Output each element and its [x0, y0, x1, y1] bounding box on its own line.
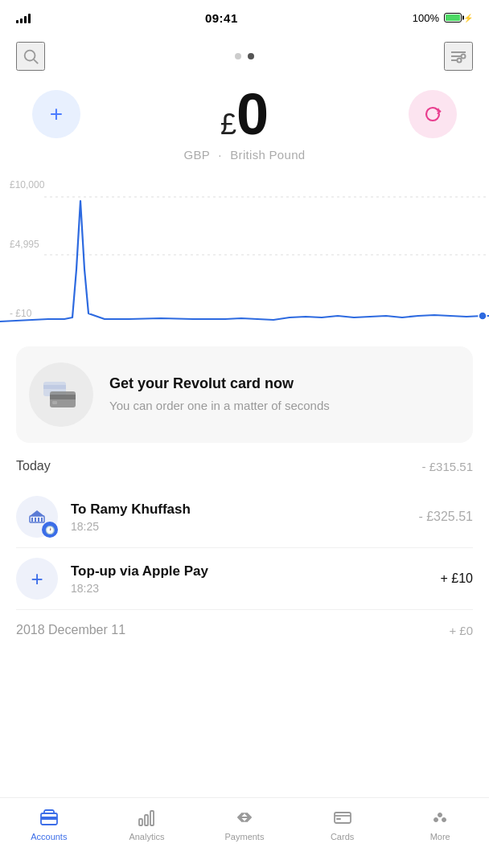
svg-marker-21	[30, 510, 44, 516]
card-banner-title: Get your Revolut card now	[109, 375, 330, 392]
page-dot-1	[235, 53, 241, 59]
transaction-1-info: To Ramy Khuffash 18:25	[71, 502, 405, 533]
svg-point-0	[25, 51, 35, 61]
svg-point-31	[434, 818, 438, 822]
upcoming-total: + £0	[449, 624, 473, 637]
svg-point-32	[442, 818, 446, 822]
card-banner[interactable]: Get your Revolut card now You can order …	[16, 346, 473, 443]
svg-line-1	[34, 59, 38, 63]
upcoming-header: 2018 December 11 + £0	[16, 623, 473, 637]
status-right: 100% ⚡	[413, 12, 473, 24]
nav-icon-accounts	[38, 806, 60, 829]
nav-label-more: More	[430, 832, 450, 841]
chart-svg	[0, 189, 489, 334]
transaction-2-time: 18:23	[71, 582, 428, 595]
plus-circle-icon: +	[31, 567, 43, 592]
balance-value: 0	[236, 82, 269, 146]
nav-icon-cards	[331, 806, 354, 829]
refresh-icon	[421, 103, 444, 125]
transactions-section: Today - £315.51 🕐 To Ramy Khuffash 18:25…	[0, 456, 489, 610]
svg-point-6	[458, 59, 462, 63]
transaction-icon-plus: +	[16, 558, 58, 600]
nav-item-payments[interactable]: Payments	[195, 806, 294, 841]
nav-label-cards: Cards	[331, 832, 354, 841]
card-banner-text-container: Get your Revolut card now You can order …	[109, 375, 330, 414]
transaction-1-amount: - £325.51	[418, 510, 473, 524]
transaction-icon-bank: 🕐	[16, 496, 58, 538]
clock-icon: 🕐	[45, 526, 55, 534]
bottom-nav: Accounts Analytics	[0, 797, 489, 868]
chart-section: £10,000 £4,995 - £10	[0, 173, 489, 334]
svg-rect-20	[41, 518, 43, 522]
svg-point-33	[438, 813, 442, 817]
svg-rect-14	[52, 401, 57, 404]
search-icon	[22, 47, 39, 65]
signal-area	[16, 12, 31, 23]
transaction-1-time: 18:25	[71, 520, 405, 533]
page-indicator	[235, 53, 254, 59]
currency-symbol: £	[220, 108, 236, 141]
svg-rect-13	[50, 395, 76, 399]
transactions-header: Today - £315.51	[16, 456, 473, 473]
signal-bars	[16, 12, 31, 23]
bolt-icon: ⚡	[463, 14, 473, 23]
card-illustration	[40, 374, 82, 416]
status-time: 09:41	[205, 11, 238, 25]
svg-rect-23	[41, 817, 57, 820]
nav-label-payments: Payments	[225, 832, 265, 841]
battery-indicator: ⚡	[444, 13, 473, 23]
filter-icon	[450, 49, 467, 63]
currency-code: GBP	[184, 148, 210, 162]
transaction-2-amount: + £10	[441, 571, 473, 586]
filter-button[interactable]	[444, 42, 473, 71]
currency-label: GBP · British Pound	[184, 148, 306, 162]
svg-rect-17	[31, 518, 33, 522]
page-dot-2	[248, 53, 254, 59]
currency-name: British Pound	[230, 148, 305, 162]
svg-rect-24	[139, 819, 142, 825]
nav-item-more[interactable]: More	[391, 806, 489, 841]
svg-rect-18	[35, 518, 36, 522]
balance-row: + £0	[16, 85, 473, 143]
balance-section: + £0 GBP · British Pound	[0, 77, 489, 165]
transaction-2-info: Top-up via Apple Pay 18:23	[71, 563, 428, 595]
status-bar: 09:41 100% ⚡	[0, 0, 489, 35]
svg-rect-26	[150, 811, 154, 825]
nav-icon-analytics	[135, 806, 158, 829]
upcoming-date-label: 2018 December 11	[16, 623, 125, 637]
card-banner-icon	[29, 362, 93, 427]
transaction-item[interactable]: 🕐 To Ramy Khuffash 18:25 - £325.51	[16, 486, 473, 548]
upcoming-section: 2018 December 11 + £0	[0, 610, 489, 637]
refresh-button[interactable]	[409, 90, 457, 138]
nav-item-accounts[interactable]: Accounts	[0, 806, 98, 841]
svg-rect-28	[335, 813, 351, 823]
nav-item-analytics[interactable]: Analytics	[98, 806, 196, 841]
battery-percent: 100%	[413, 12, 439, 24]
svg-rect-11	[43, 385, 66, 389]
svg-point-5	[462, 55, 466, 59]
nav-label-accounts: Accounts	[31, 832, 67, 841]
svg-rect-19	[38, 518, 39, 522]
top-nav	[0, 35, 489, 77]
transaction-1-name: To Ramy Khuffash	[71, 502, 405, 518]
nav-icon-more	[429, 806, 451, 829]
transactions-today-total: - £315.51	[422, 460, 473, 473]
nav-label-analytics: Analytics	[129, 832, 164, 841]
nav-icon-payments	[233, 806, 256, 829]
card-banner-subtitle: You can order one in a matter of seconds	[109, 397, 330, 414]
transactions-today-label: Today	[16, 459, 51, 473]
add-button[interactable]: +	[32, 90, 80, 138]
transaction-item[interactable]: + Top-up via Apple Pay 18:23 + £10	[16, 548, 473, 610]
svg-point-9	[479, 312, 487, 320]
transaction-2-name: Top-up via Apple Pay	[71, 563, 428, 579]
balance-display: £0	[220, 85, 269, 143]
plus-icon: +	[50, 103, 63, 125]
search-button[interactable]	[16, 42, 45, 71]
clock-badge: 🕐	[42, 522, 58, 538]
svg-rect-25	[145, 815, 148, 825]
nav-item-cards[interactable]: Cards	[294, 806, 392, 841]
